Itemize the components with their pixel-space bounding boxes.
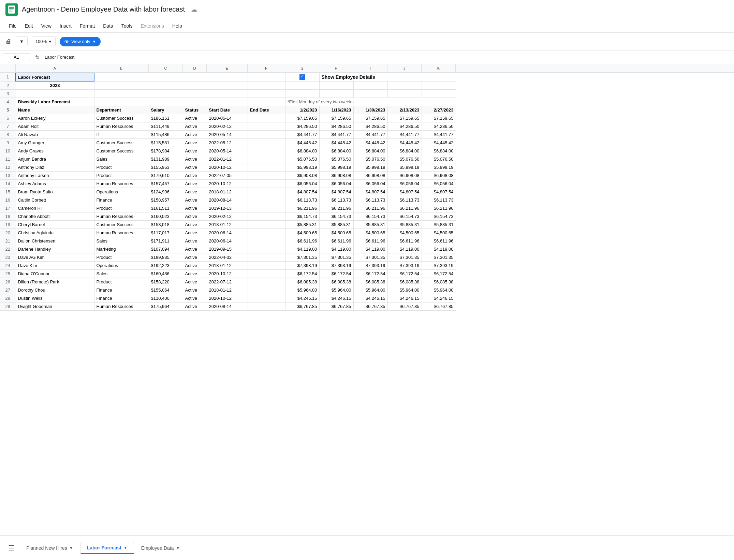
cell-start-date[interactable]: 2020-06-14 [207, 237, 248, 245]
cell-name[interactable]: Aaron Eckerly [16, 114, 94, 122]
cell-status[interactable]: Active [183, 172, 207, 180]
cell-department[interactable]: Customer Success [94, 147, 149, 155]
cell-i[interactable]: $4,246.15 [353, 294, 387, 303]
cell-g[interactable]: $6,172.54 [285, 270, 319, 278]
cell-g[interactable]: $6,611.96 [285, 237, 319, 245]
cell-salary[interactable]: $107,094 [149, 245, 183, 253]
cell-salary[interactable]: $153,018 [149, 221, 183, 229]
cell-start-date[interactable]: 2020-05-14 [207, 114, 248, 122]
col-header-g[interactable]: G [285, 64, 319, 72]
cell-j3[interactable] [387, 89, 422, 98]
cell-start-date[interactable]: 2020-08-14 [207, 303, 248, 311]
cell-start-date[interactable]: 2020-06-14 [207, 229, 248, 237]
cell-h[interactable]: $6,172.54 [319, 270, 353, 278]
cell-i[interactable]: $6,085.38 [353, 278, 387, 286]
cell-department[interactable]: Operations [94, 262, 149, 270]
cell-k[interactable]: $5,076.50 [422, 155, 456, 163]
cell-j[interactable]: $6,056.04 [387, 180, 422, 188]
cell-k[interactable]: $5,885.31 [422, 221, 456, 229]
cell-department[interactable]: Sales [94, 270, 149, 278]
cell-h[interactable]: $7,393.19 [319, 262, 353, 270]
cell-k3[interactable] [422, 89, 456, 98]
cell-i[interactable]: $4,500.65 [353, 229, 387, 237]
cell-c2[interactable] [149, 81, 183, 89]
cell-f2[interactable] [248, 81, 285, 89]
menu-format[interactable]: Format [76, 22, 98, 30]
tab-labor-forecast[interactable]: Labor Forecast ▼ [80, 542, 134, 554]
cell-g3[interactable] [285, 89, 319, 98]
cell-g[interactable]: $7,159.65 [285, 114, 319, 122]
cell-j[interactable]: $6,113.73 [387, 196, 422, 204]
cell-end-date[interactable] [248, 163, 285, 172]
cell-f3[interactable] [248, 89, 285, 98]
cell-g[interactable]: $6,767.85 [285, 303, 319, 311]
cell-salary[interactable]: $192,223 [149, 262, 183, 270]
cell-start-date[interactable]: 2020-02-12 [207, 212, 248, 221]
cell-salary[interactable]: $175,964 [149, 303, 183, 311]
cell-start-date[interactable]: 2020-10-12 [207, 270, 248, 278]
cell-i[interactable]: $4,445.42 [353, 139, 387, 147]
cell-end-date[interactable] [248, 245, 285, 253]
cell-department[interactable]: Human Resources [94, 180, 149, 188]
cell-h[interactable]: $6,113.73 [319, 196, 353, 204]
cell-department[interactable]: Product [94, 253, 149, 262]
cell-salary[interactable]: $111,449 [149, 122, 183, 131]
cell-c1[interactable] [149, 73, 183, 81]
cell-h[interactable]: $7,301.35 [319, 253, 353, 262]
cell-i[interactable]: $5,076.50 [353, 155, 387, 163]
cell-h[interactable]: $4,807.54 [319, 188, 353, 196]
cell-salary[interactable]: $179,610 [149, 172, 183, 180]
cell-status[interactable]: Active [183, 245, 207, 253]
cell-end-date[interactable] [248, 122, 285, 131]
cell-status[interactable]: Active [183, 163, 207, 172]
cell-j[interactable]: $6,908.08 [387, 172, 422, 180]
header-department[interactable]: Department [94, 106, 149, 114]
cell-name[interactable]: Dallon Christensen [16, 237, 94, 245]
cell-g[interactable]: $4,246.15 [285, 294, 319, 303]
cell-i[interactable]: $6,113.73 [353, 196, 387, 204]
cell-name[interactable]: Dwight Goodman [16, 303, 94, 311]
header-date5[interactable]: 2/27/2023 [422, 106, 456, 114]
cell-name[interactable]: Amy Granger [16, 139, 94, 147]
cell-d3[interactable] [183, 89, 207, 98]
cell-h[interactable]: $6,767.85 [319, 303, 353, 311]
cell-i[interactable]: $5,998.19 [353, 163, 387, 172]
cell-k[interactable]: $7,301.35 [422, 253, 456, 262]
cell-status[interactable]: Active [183, 253, 207, 262]
cell-end-date[interactable] [248, 180, 285, 188]
cell-department[interactable]: Human Resources [94, 303, 149, 311]
cell-status[interactable]: Active [183, 114, 207, 122]
cell-start-date[interactable]: 2018-01-12 [207, 286, 248, 294]
col-header-c[interactable]: C [149, 64, 183, 72]
cell-k[interactable]: $4,246.15 [422, 294, 456, 303]
cell-k[interactable]: $4,807.54 [422, 188, 456, 196]
cell-j[interactable]: $6,172.54 [387, 270, 422, 278]
cell-status[interactable]: Active [183, 286, 207, 294]
cell-salary[interactable]: $178,984 [149, 147, 183, 155]
cell-salary[interactable]: $155,953 [149, 163, 183, 172]
cell-start-date[interactable]: 2020-05-14 [207, 131, 248, 139]
hamburger-menu-icon[interactable]: ☰ [5, 541, 17, 555]
cell-name[interactable]: Andy Graves [16, 147, 94, 155]
cell-k[interactable]: $4,119.00 [422, 245, 456, 253]
menu-extensions[interactable]: Extensions [137, 22, 167, 30]
cell-start-date[interactable]: 2020-05-14 [207, 147, 248, 155]
menu-view[interactable]: View [38, 22, 55, 30]
header-date2[interactable]: 1/16/2023 [319, 106, 353, 114]
tab-employee-data[interactable]: Employee Data ▼ [135, 542, 187, 554]
cell-i[interactable]: $6,767.85 [353, 303, 387, 311]
cell-status[interactable]: Active [183, 221, 207, 229]
cell-status[interactable]: Active [183, 212, 207, 221]
cell-salary[interactable]: $110,400 [149, 294, 183, 303]
cell-i[interactable]: $4,119.00 [353, 245, 387, 253]
cell-end-date[interactable] [248, 229, 285, 237]
cell-h[interactable]: $4,445.42 [319, 139, 353, 147]
cell-h[interactable]: $6,884.00 [319, 147, 353, 155]
cell-j[interactable]: $4,441.77 [387, 131, 422, 139]
cell-g[interactable]: $5,998.19 [285, 163, 319, 172]
cell-status[interactable]: Active [183, 131, 207, 139]
cell-i[interactable]: $4,807.54 [353, 188, 387, 196]
cell-department[interactable]: Sales [94, 237, 149, 245]
cell-i[interactable]: $7,301.35 [353, 253, 387, 262]
cell-j[interactable]: $6,767.85 [387, 303, 422, 311]
